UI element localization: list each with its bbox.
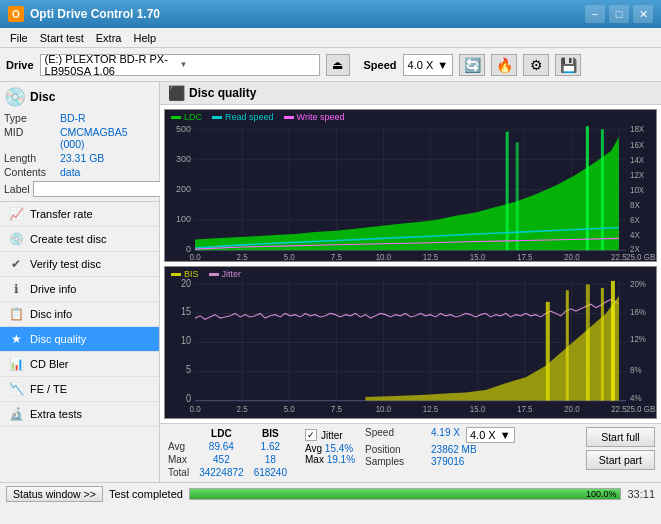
speed-label: Speed	[364, 59, 397, 71]
svg-text:7.5: 7.5	[331, 404, 342, 415]
nav-transfer-rate-label: Transfer rate	[30, 208, 93, 220]
ldc-legend-label: LDC	[184, 112, 202, 122]
nav-transfer-rate[interactable]: 📈 Transfer rate	[0, 202, 159, 227]
jitter-max-label: Max	[305, 454, 327, 465]
transfer-rate-icon: 📈	[8, 207, 24, 221]
burn-button[interactable]: 🔥	[491, 54, 517, 76]
jitter-legend-label: Jitter	[222, 269, 242, 279]
maximize-button[interactable]: □	[609, 5, 629, 23]
speed-stat-label: Speed	[365, 427, 425, 443]
disc-quality-icon: ★	[8, 332, 24, 346]
svg-text:8%: 8%	[630, 364, 642, 375]
save-button[interactable]: 💾	[555, 54, 581, 76]
disc-section: 💿 Disc Type BD-R MID CMCMAGBA5 (000) Len…	[0, 82, 159, 202]
svg-text:7.5: 7.5	[331, 252, 342, 261]
status-window-button[interactable]: Status window >>	[6, 486, 103, 502]
disc-quality-header-icon: ⬛	[168, 85, 185, 101]
speed-select[interactable]: 4.0 X ▼	[403, 54, 454, 76]
disc-length-value: 23.31 GB	[60, 152, 104, 164]
nav-disc-info-label: Disc info	[30, 308, 72, 320]
svg-text:2.5: 2.5	[237, 252, 248, 261]
total-label: Total	[166, 466, 197, 479]
start-full-button[interactable]: Start full	[586, 427, 655, 447]
nav-disc-info[interactable]: 📋 Disc info	[0, 302, 159, 327]
speed-stats: Speed 4.19 X 4.0 X ▼ Position 23862 MB S…	[365, 427, 515, 468]
svg-text:10: 10	[181, 334, 192, 346]
speed-arrow-icon: ▼	[437, 59, 448, 71]
menu-extra[interactable]: Extra	[90, 31, 128, 45]
jitter-label: Jitter	[321, 430, 343, 441]
nav-fe-te[interactable]: 📉 FE / TE	[0, 377, 159, 402]
write-speed-legend-label: Write speed	[297, 112, 345, 122]
svg-text:2.5: 2.5	[237, 404, 248, 415]
disc-mid-label: MID	[4, 126, 60, 150]
svg-text:16%: 16%	[630, 306, 646, 317]
max-label: Max	[166, 453, 197, 466]
ldc-chart-svg: 0 100 200 300 500 18X 16X 14X 12X 10X 8X…	[165, 110, 656, 261]
nav-create-test-disc[interactable]: 💿 Create test disc	[0, 227, 159, 252]
nav-drive-info[interactable]: ℹ Drive info	[0, 277, 159, 302]
refresh-button[interactable]: 🔄	[459, 54, 485, 76]
nav-disc-quality[interactable]: ★ Disc quality	[0, 327, 159, 352]
svg-rect-83	[566, 290, 569, 400]
max-bis: 18	[252, 453, 295, 466]
start-part-button[interactable]: Start part	[586, 450, 655, 470]
jitter-avg-label: Avg	[305, 443, 325, 454]
menu-start-test[interactable]: Start test	[34, 31, 90, 45]
stats-speed-option: 4.0 X	[470, 429, 496, 441]
drive-name: (E:) PLEXTOR BD-R PX-LB950SA 1.06	[45, 53, 180, 77]
nav-verify-test-disc[interactable]: ✔ Verify test disc	[0, 252, 159, 277]
settings-button[interactable]: ⚙	[523, 54, 549, 76]
total-bis: 618240	[252, 466, 295, 479]
ldc-col-header: LDC	[197, 427, 252, 440]
speed-stat-value: 4.19 X	[431, 427, 460, 443]
drive-select[interactable]: (E:) PLEXTOR BD-R PX-LB950SA 1.06 ▼	[40, 54, 320, 76]
fe-te-icon: 📉	[8, 382, 24, 396]
nav-drive-info-label: Drive info	[30, 283, 76, 295]
stats-speed-arrow-icon: ▼	[500, 429, 511, 441]
nav-extra-tests[interactable]: 🔬 Extra tests	[0, 402, 159, 427]
svg-text:100: 100	[176, 214, 191, 224]
menu-bar: File Start test Extra Help	[0, 28, 661, 48]
disc-type-value: BD-R	[60, 112, 86, 124]
svg-text:6X: 6X	[630, 215, 640, 225]
cd-bler-icon: 📊	[8, 357, 24, 371]
svg-text:25.0 GB: 25.0 GB	[626, 404, 656, 415]
disc-label-input[interactable]	[33, 181, 166, 197]
svg-rect-86	[611, 281, 615, 401]
menu-file[interactable]: File	[4, 31, 34, 45]
nav-cd-bler[interactable]: 📊 CD Bler	[0, 352, 159, 377]
svg-text:0.0: 0.0	[189, 404, 200, 415]
app-icon: O	[8, 6, 24, 22]
svg-text:20%: 20%	[630, 278, 646, 289]
stats-speed-select[interactable]: 4.0 X ▼	[466, 427, 515, 443]
samples-value: 379016	[431, 456, 464, 467]
read-speed-legend-label: Read speed	[225, 112, 274, 122]
disc-mid-value: CMCMAGBA5 (000)	[60, 126, 155, 150]
svg-text:22.5: 22.5	[611, 252, 627, 261]
jitter-checkbox[interactable]: ✓	[305, 429, 317, 441]
window-controls: − □ ✕	[585, 5, 653, 23]
svg-rect-84	[586, 284, 590, 400]
disc-label-label: Label	[4, 183, 30, 195]
svg-text:0.0: 0.0	[189, 252, 200, 261]
status-bar: Status window >> Test completed 100.0% 3…	[0, 482, 661, 504]
jitter-max-value: 19.1%	[327, 454, 355, 465]
disc-contents-label: Contents	[4, 166, 60, 178]
speed-value: 4.0 X	[408, 59, 434, 71]
avg-bis: 1.62	[252, 440, 295, 453]
jitter-legend-dot	[209, 273, 219, 276]
close-button[interactable]: ✕	[633, 5, 653, 23]
total-ldc: 34224872	[197, 466, 252, 479]
start-buttons: Start full Start part	[586, 427, 655, 470]
svg-text:16X: 16X	[630, 139, 645, 149]
eject-button[interactable]: ⏏	[326, 54, 350, 76]
svg-text:17.5: 17.5	[517, 252, 533, 261]
avg-ldc: 89.64	[197, 440, 252, 453]
jitter-avg-value: 15.4%	[325, 443, 353, 454]
nav-fe-te-label: FE / TE	[30, 383, 67, 395]
charts-area: LDC Read speed Write speed	[160, 105, 661, 423]
menu-help[interactable]: Help	[127, 31, 162, 45]
minimize-button[interactable]: −	[585, 5, 605, 23]
svg-text:5.0: 5.0	[284, 252, 295, 261]
